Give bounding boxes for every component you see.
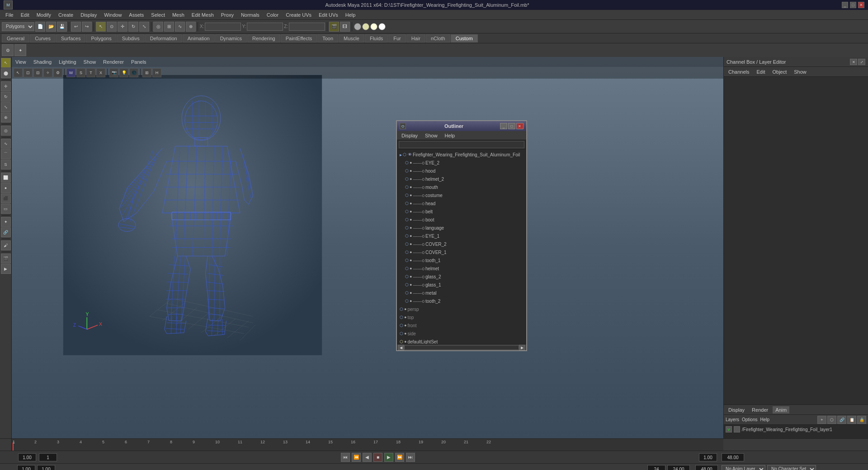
vp-icon-4[interactable]: ✧ — [43, 68, 52, 77]
layer-btn-3[interactable]: 🔗 — [837, 416, 846, 424]
menu-edit[interactable]: Edit — [17, 11, 33, 19]
anim-range-end[interactable]: 24 — [647, 465, 665, 470]
lasso-tool[interactable]: ⊙ — [107, 22, 117, 32]
ipr-btn[interactable]: 🎞 — [340, 22, 350, 32]
scale-tool-btn[interactable]: ⤡ — [1, 102, 11, 112]
y-input[interactable] — [247, 23, 283, 31]
snap-curve[interactable]: ∿ — [175, 22, 185, 32]
anim-end-input[interactable]: 24.00 — [667, 465, 690, 470]
cv-curve-btn[interactable]: ∿ — [1, 139, 11, 149]
vp-menu-view[interactable]: View — [14, 58, 28, 66]
channel-box-float[interactable]: ⤢ — [858, 59, 865, 65]
joint-btn[interactable]: ✦ — [1, 217, 11, 227]
outliner-item-front[interactable]: ⬡ ● front — [398, 321, 525, 329]
shelf-tab-surfaces[interactable]: Surfaces — [56, 34, 85, 42]
outliner-item-eye2[interactable]: ⬡ ● ——o EYE_2 — [398, 159, 525, 167]
z-input[interactable] — [289, 23, 325, 31]
outliner-item-boot[interactable]: ⬡ ● ——o boot — [398, 216, 525, 224]
redo-button[interactable]: ↪ — [82, 22, 92, 32]
menu-modify[interactable]: Modify — [33, 11, 55, 19]
range-start-display[interactable]: 1.00 — [18, 453, 36, 461]
ep-curve-btn[interactable]: ⌒ — [1, 149, 11, 159]
poly-cyl-btn[interactable]: ⬛ — [1, 193, 11, 203]
layer-btn-5[interactable]: 🔒 — [857, 416, 866, 424]
shelf-tab-dynamics[interactable]: Dynamics — [215, 34, 247, 42]
outliner-scroll-left[interactable]: ◀ — [398, 345, 404, 350]
translate-tool[interactable]: ✛ — [118, 22, 127, 32]
menu-help[interactable]: Help — [342, 11, 359, 19]
color-dot-1[interactable] — [354, 23, 361, 30]
shelf-tab-deformation[interactable]: Deformation — [145, 34, 182, 42]
render-btn[interactable]: 🎬 — [329, 22, 339, 32]
channel-box-close[interactable]: ✕ — [850, 59, 857, 65]
layer-btn-4[interactable]: 📋 — [847, 416, 856, 424]
vp-icon-wireframe[interactable]: W — [66, 68, 75, 77]
shelf-icon-1[interactable]: ⚙ — [2, 44, 14, 56]
outliner-item-root[interactable]: ▸ ⬡ 👁 Firefighter_Wearing_Firefighting_S… — [398, 150, 525, 159]
soft-mod-btn[interactable]: ◎ — [1, 126, 11, 136]
outliner-item-cover1[interactable]: ⬡ ● ——o COVER_1 — [398, 248, 525, 256]
layer-btn-2[interactable]: ⬡ — [827, 416, 836, 424]
rotate-tool[interactable]: ↻ — [128, 22, 138, 32]
layer-tab-render[interactable]: Render — [749, 406, 771, 414]
current-frame-display[interactable]: 1 — [39, 453, 57, 461]
bezier-btn[interactable]: S — [1, 160, 11, 169]
menu-assets[interactable]: Assets — [125, 11, 147, 19]
shelf-tab-subdivs[interactable]: Subdivs — [117, 34, 145, 42]
next-frame-btn[interactable]: ⏩ — [395, 453, 404, 462]
shelf-tab-polygons[interactable]: Polygons — [86, 34, 116, 42]
outliner-menu-help[interactable]: Help — [442, 132, 458, 139]
snap-point[interactable]: ⊕ — [186, 22, 196, 32]
shelf-tab-general[interactable]: General — [2, 34, 29, 42]
vp-icon-tex[interactable]: X — [96, 68, 105, 77]
shelf-tab-rendering[interactable]: Rendering — [247, 34, 280, 42]
anim-start-input[interactable]: 1.00 — [17, 465, 35, 470]
outliner-menu-show[interactable]: Show — [422, 132, 440, 139]
outliner-close[interactable]: ✕ — [516, 123, 524, 129]
menu-create-uvs[interactable]: Create UVs — [282, 11, 315, 19]
outliner-item-side[interactable]: ⬡ ● side — [398, 329, 525, 338]
color-dot-2[interactable] — [362, 23, 369, 30]
mode-select[interactable]: Polygons — [2, 22, 34, 31]
tab-edit[interactable]: Edit — [754, 68, 768, 75]
outliner-item-top[interactable]: ⬡ ● top — [398, 313, 525, 321]
shelf-tab-toon[interactable]: Toon — [317, 34, 338, 42]
menu-color[interactable]: Color — [263, 11, 282, 19]
range-end-display[interactable]: 1.00 — [699, 453, 717, 461]
minimize-button[interactable]: _ — [842, 2, 848, 8]
soft-select[interactable]: ◎ — [153, 22, 163, 32]
move-tool-btn[interactable]: ✛ — [1, 81, 11, 91]
universal-tool-btn[interactable]: ⊕ — [1, 113, 11, 122]
outliner-item-belt[interactable]: ⬡ ● ——o belt — [398, 207, 525, 216]
poly-plane-btn[interactable]: ▭ — [1, 204, 11, 214]
outliner-item-metal[interactable]: ⬡ ● ——o metal — [398, 289, 525, 297]
menu-mesh[interactable]: Mesh — [169, 11, 188, 19]
outliner-item-eye1[interactable]: ⬡ ● ——o EYE_1 — [398, 232, 525, 240]
outliner-item-tooth1[interactable]: ⬡ ● ——o tooth_1 — [398, 256, 525, 264]
shelf-tab-hair[interactable]: Hair — [406, 34, 425, 42]
snap-grid[interactable]: ⊞ — [164, 22, 174, 32]
outliner-scroll-right[interactable]: ▶ — [519, 345, 525, 350]
color-dot-4[interactable] — [378, 23, 386, 30]
outliner-item-helmet[interactable]: ⬡ ● ——o helmet — [398, 264, 525, 273]
layer-tab-anim[interactable]: Anim — [773, 406, 789, 414]
menu-create[interactable]: Create — [55, 11, 77, 19]
paint-skin-btn[interactable]: 🖌 — [1, 240, 11, 250]
outliner-hscrollbar[interactable] — [404, 345, 519, 350]
shelf-tab-ncloth[interactable]: nCloth — [426, 34, 450, 42]
undo-button[interactable]: ↩ — [71, 22, 81, 32]
anim-range-start[interactable]: 1.00 — [37, 465, 55, 470]
character-set-select[interactable]: No Character Set — [767, 465, 816, 470]
select-tool-btn[interactable]: ↖ — [1, 58, 11, 68]
menu-select[interactable]: Select — [147, 11, 169, 19]
shelf-tab-custom[interactable]: Custom — [451, 34, 478, 42]
poly-sphere-btn[interactable]: ● — [1, 183, 11, 193]
shelf-tab-fluids[interactable]: Fluids — [365, 34, 388, 42]
outliner-item-glass2[interactable]: ⬡ ● ——o glass_2 — [398, 273, 525, 281]
outliner-item-persp[interactable]: ⬡ ● persp — [398, 305, 525, 313]
outliner-item-head[interactable]: ⬡ ● ——o head — [398, 199, 525, 207]
vp-menu-lighting[interactable]: Lighting — [57, 58, 78, 66]
vp-icon-hud[interactable]: H — [152, 68, 161, 77]
color-dot-3[interactable] — [370, 23, 377, 30]
menu-file[interactable]: File — [2, 11, 17, 19]
